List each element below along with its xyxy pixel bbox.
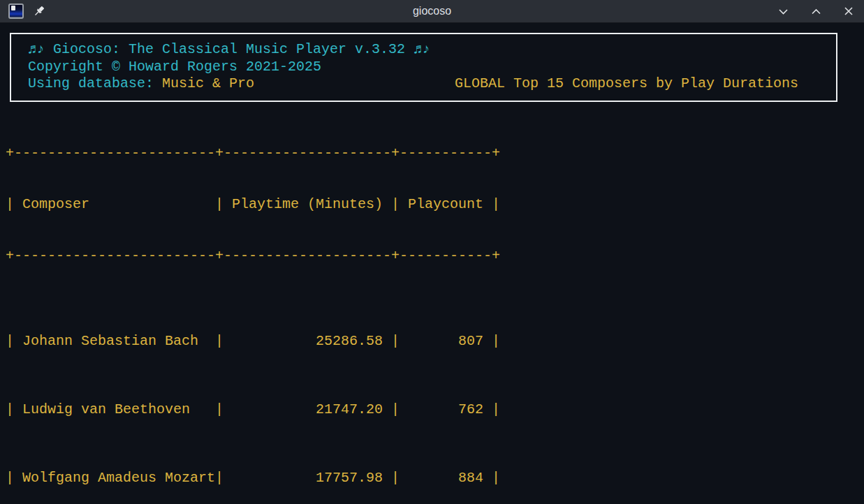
playcount-cell: 884 — [400, 470, 492, 487]
table-row: |Ludwig van Beethoven|21747.20|762| — [6, 401, 864, 419]
copyright-line: Copyright © Howard Rogers 2021-2025 — [28, 59, 836, 76]
terminal-screen: ♬♪ Giocoso: The Classical Music Player v… — [0, 23, 864, 504]
close-button[interactable] — [842, 4, 856, 18]
minimize-button[interactable] — [776, 4, 791, 19]
table-row: |Johann Sebastian Bach|25286.58|807| — [6, 333, 864, 350]
column-separator: | — [215, 196, 224, 214]
column-separator: | — [391, 333, 400, 350]
report-title: GLOBAL Top 15 Composers by Play Duration… — [455, 75, 798, 93]
composer-cell: Johann Sebastian Bach — [14, 333, 215, 350]
column-separator: | — [492, 333, 500, 350]
table-border-header: +------------------------+--------------… — [6, 248, 864, 265]
column-separator: | — [492, 196, 500, 214]
playtime-cell: 21747.20 — [224, 401, 391, 419]
composer-cell: Ludwig van Beethoven — [14, 401, 215, 419]
window-controls — [776, 4, 856, 19]
playcount-cell: 807 — [400, 333, 492, 350]
column-separator: | — [6, 470, 14, 487]
window-title: giocoso — [0, 5, 864, 17]
column-separator: | — [391, 470, 400, 487]
table-row: |Wolfgang Amadeus Mozart|17757.98|884| — [6, 470, 864, 487]
column-separator: | — [6, 196, 14, 214]
column-separator: | — [391, 401, 400, 419]
column-separator: | — [215, 470, 224, 487]
column-separator: | — [6, 333, 14, 350]
table-border-top: +------------------------+--------------… — [6, 145, 864, 163]
titlebar: giocoso — [0, 0, 864, 23]
table-header-row: |Composer|Playtime (Minutes)|Playcount| — [6, 196, 864, 214]
close-icon — [843, 6, 854, 17]
chevron-down-icon — [777, 6, 789, 17]
maximize-button[interactable] — [809, 4, 823, 19]
database-value: Music & Pro — [162, 75, 254, 91]
column-separator: | — [492, 401, 500, 419]
column-separator: | — [215, 333, 224, 350]
composers-table: +------------------------+--------------… — [6, 111, 864, 504]
chevron-up-icon — [810, 6, 822, 17]
playtime-cell: 17757.98 — [224, 470, 391, 487]
playcount-cell: 762 — [400, 401, 492, 419]
column-separator: | — [391, 196, 400, 214]
column-separator: | — [215, 401, 224, 419]
column-separator: | — [492, 470, 500, 487]
composer-cell: Wolfgang Amadeus Mozart — [14, 470, 215, 487]
playtime-column-header: Playtime (Minutes) — [224, 196, 391, 214]
composer-column-header: Composer — [14, 196, 215, 214]
column-separator: | — [6, 401, 14, 419]
table-body: |Johann Sebastian Bach|25286.58|807| |Lu… — [6, 299, 864, 504]
app-header-box: ♬♪ Giocoso: The Classical Music Player v… — [10, 33, 837, 102]
database-label: Using database: — [28, 75, 162, 91]
playtime-cell: 25286.58 — [224, 333, 391, 350]
app-title: ♬♪ Giocoso: The Classical Music Player v… — [28, 41, 836, 59]
playcount-column-header: Playcount — [400, 196, 492, 214]
